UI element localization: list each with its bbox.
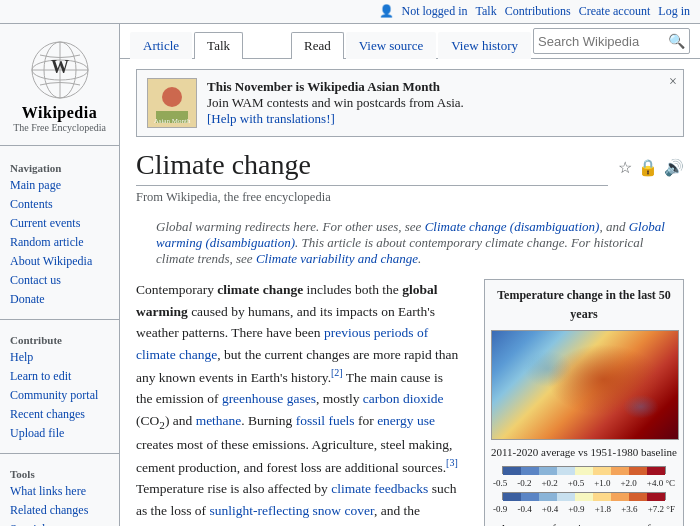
map-visual bbox=[491, 330, 679, 440]
article-text: Contemporary climate change includes bot… bbox=[136, 279, 460, 526]
sidebar-item-what-links-here[interactable]: What links here bbox=[0, 482, 119, 501]
tab-read[interactable]: Read bbox=[291, 32, 344, 59]
colorbar: -0.5-0.2+0.2+0.5+1.0+2.0+4.0 °C bbox=[491, 466, 677, 517]
tools-section: Tools What links here Related changes Sp… bbox=[0, 460, 119, 526]
climate-feedbacks-link[interactable]: climate feedbacks bbox=[331, 481, 428, 496]
colorbar-labels-celsius: -0.5-0.2+0.2+0.5+1.0+2.0+4.0 °C bbox=[491, 476, 677, 490]
map-title: Temperature change in the last 50 years bbox=[491, 286, 677, 324]
sidebar-item-current-events[interactable]: Current events bbox=[0, 214, 119, 233]
search-box: 🔍 bbox=[533, 28, 690, 54]
sidebar-item-recent-changes[interactable]: Recent changes bbox=[0, 405, 119, 424]
climate-change-bold: climate change bbox=[217, 282, 303, 297]
carbon-dioxide-link[interactable]: carbon dioxide bbox=[363, 391, 444, 406]
svg-text:Asian Month: Asian Month bbox=[154, 117, 191, 125]
article-title: Climate change bbox=[136, 149, 608, 186]
ref-2[interactable]: [2] bbox=[331, 367, 343, 378]
sidebar: W Wikipedia The Free Encyclopedia Naviga… bbox=[0, 24, 120, 526]
not-logged-in-link[interactable]: Not logged in bbox=[402, 4, 468, 19]
tab-view-source[interactable]: View source bbox=[346, 32, 437, 59]
sidebar-item-contact[interactable]: Contact us bbox=[0, 271, 119, 290]
article-title-row: Climate change ☆ 🔒 🔊 bbox=[136, 149, 684, 186]
main-content: Asian Month This November is Wikipedia A… bbox=[120, 59, 700, 526]
sidebar-item-main-page[interactable]: Main page bbox=[0, 176, 119, 195]
navigation-section: Navigation Main page Contents Current ev… bbox=[0, 154, 119, 313]
svg-text:W: W bbox=[51, 57, 69, 77]
wiki-title: Wikipedia bbox=[22, 104, 97, 122]
log-in-link[interactable]: Log in bbox=[658, 4, 690, 19]
wam-banner: Asian Month This November is Wikipedia A… bbox=[136, 69, 684, 137]
colorbar-row-top bbox=[491, 466, 677, 474]
colorbar-strip-2 bbox=[502, 492, 666, 500]
previous-periods-link[interactable]: previous periods of climate change bbox=[136, 325, 428, 362]
colorbar-row-bottom bbox=[491, 492, 677, 500]
article-body: Contemporary climate change includes bot… bbox=[136, 279, 684, 526]
tab-view-history[interactable]: View history bbox=[438, 32, 531, 59]
page-wrapper: W Wikipedia The Free Encyclopedia Naviga… bbox=[0, 24, 700, 526]
sidebar-item-about[interactable]: About Wikipedia bbox=[0, 252, 119, 271]
close-icon[interactable]: × bbox=[669, 74, 677, 90]
hatnote-text: Global warming redirects here. For other… bbox=[156, 219, 665, 266]
hatnote-link-3[interactable]: Climate variability and change bbox=[256, 251, 418, 266]
banner-image: Asian Month bbox=[147, 78, 197, 128]
lock-icon: 🔒 bbox=[638, 158, 658, 177]
sidebar-divider-2 bbox=[0, 453, 119, 454]
audio-icon[interactable]: 🔊 bbox=[664, 158, 684, 177]
colorbar-strip-1 bbox=[502, 466, 666, 474]
ref-3[interactable]: [3] bbox=[446, 457, 458, 468]
tools-title: Tools bbox=[0, 464, 119, 482]
contributions-link[interactable]: Contributions bbox=[505, 4, 571, 19]
create-account-link[interactable]: Create account bbox=[579, 4, 651, 19]
map-baseline: 2011-2020 average vs 1951-1980 baseline bbox=[491, 444, 677, 462]
tab-talk[interactable]: Talk bbox=[194, 32, 243, 59]
article-source: From Wikipedia, the free encyclopedia bbox=[136, 190, 684, 205]
fossil-fuels-link[interactable]: fossil fuels bbox=[296, 413, 355, 428]
methane-link[interactable]: methane bbox=[196, 413, 242, 428]
talk-link[interactable]: Talk bbox=[476, 4, 497, 19]
content-area: Article Talk Read View source View histo… bbox=[120, 24, 700, 526]
sidebar-item-upload-file[interactable]: Upload file bbox=[0, 424, 119, 443]
contribute-section: Contribute Help Learn to edit Community … bbox=[0, 326, 119, 447]
sidebar-item-help[interactable]: Help bbox=[0, 348, 119, 367]
wiki-subtitle: The Free Encyclopedia bbox=[13, 122, 106, 133]
hatnote-link-1[interactable]: Climate change (disambiguation) bbox=[425, 219, 600, 234]
contribute-title: Contribute bbox=[0, 330, 119, 348]
banner-title: This November is Wikipedia Asian Month bbox=[207, 79, 440, 94]
sidebar-divider-1 bbox=[0, 319, 119, 320]
energy-use-link[interactable]: energy use bbox=[377, 413, 435, 428]
search-input[interactable] bbox=[538, 34, 668, 49]
wikipedia-globe-icon: W bbox=[30, 40, 90, 100]
sidebar-item-contents[interactable]: Contents bbox=[0, 195, 119, 214]
top-bar: 👤 Not logged in Talk Contributions Creat… bbox=[0, 0, 700, 24]
map-caption: Average surface air temperatures from 20… bbox=[491, 521, 677, 526]
banner-text: Join WAM contests and win postcards from… bbox=[207, 95, 464, 111]
sidebar-item-learn-to-edit[interactable]: Learn to edit bbox=[0, 367, 119, 386]
svg-point-7 bbox=[162, 87, 182, 107]
climate-map: Temperature change in the last 50 years … bbox=[484, 279, 684, 526]
hatnote: Global warming redirects here. For other… bbox=[136, 215, 684, 271]
tabs-bar: Article Talk Read View source View histo… bbox=[120, 24, 700, 59]
greenhouse-gases-link[interactable]: greenhouse gases bbox=[222, 391, 316, 406]
banner-body: This November is Wikipedia Asian Month J… bbox=[207, 79, 464, 127]
banner-help-link[interactable]: [Help with translations!] bbox=[207, 111, 335, 126]
snow-cover-link[interactable]: sunlight-reflecting snow cover bbox=[210, 503, 374, 518]
sidebar-item-random-article[interactable]: Random article bbox=[0, 233, 119, 252]
sidebar-item-related-changes[interactable]: Related changes bbox=[0, 501, 119, 520]
sidebar-logo: W Wikipedia The Free Encyclopedia bbox=[0, 32, 119, 146]
article-paragraph-1: Contemporary climate change includes bot… bbox=[136, 279, 460, 526]
sidebar-item-donate[interactable]: Donate bbox=[0, 290, 119, 309]
star-icon[interactable]: ☆ bbox=[618, 158, 632, 177]
sidebar-item-community-portal[interactable]: Community portal bbox=[0, 386, 119, 405]
navigation-title: Navigation bbox=[0, 158, 119, 176]
tab-article[interactable]: Article bbox=[130, 32, 192, 59]
colorbar-labels-fahrenheit: -0.9-0.4+0.4+0.9+1.8+3.6+7.2 °F bbox=[491, 502, 677, 516]
user-icon: 👤 bbox=[379, 4, 394, 19]
article-icons: ☆ 🔒 🔊 bbox=[608, 158, 684, 177]
sidebar-item-special-pages[interactable]: Special pages bbox=[0, 520, 119, 526]
search-button[interactable]: 🔍 bbox=[668, 33, 685, 49]
